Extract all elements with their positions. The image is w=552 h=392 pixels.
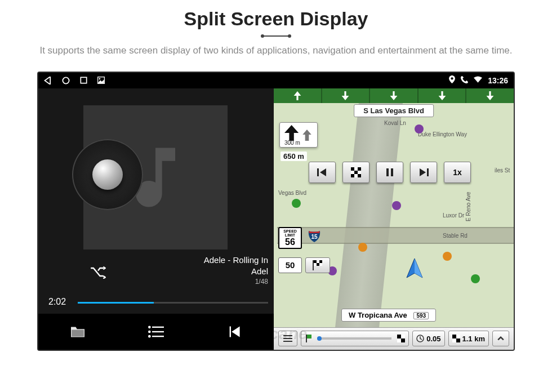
poi-marker[interactable] [415, 124, 424, 133]
svg-point-5 [451, 77, 453, 79]
map-label-reno: E Reno Ave [465, 191, 471, 221]
status-clock: 13:26 [488, 76, 508, 85]
hud-eta[interactable]: 0.05 [412, 331, 444, 346]
svg-rect-17 [351, 174, 354, 177]
route-flag-button[interactable] [305, 257, 330, 273]
svg-rect-20 [391, 168, 393, 176]
poi-marker[interactable] [392, 201, 401, 210]
svg-rect-15 [358, 167, 361, 171]
music-bottom-bar [38, 314, 274, 350]
svg-rect-1 [81, 77, 86, 83]
chevron-up-icon [497, 335, 504, 342]
speed-limit-value: 56 [279, 237, 301, 247]
map-label-luxor: Luxor Dr [443, 212, 464, 219]
list-icon [148, 326, 164, 338]
hud-expand-button[interactable] [492, 331, 509, 346]
shuffle-button[interactable] [90, 265, 106, 279]
svg-rect-32 [401, 338, 405, 342]
lane-arrow-icon [466, 88, 514, 103]
svg-rect-36 [456, 338, 460, 342]
svg-rect-25 [317, 263, 319, 266]
image-notification-icon[interactable] [97, 77, 105, 84]
map-hud: 0.05 1.1 km [274, 327, 514, 350]
elapsed-time: 2:02 [48, 297, 66, 307]
svg-rect-35 [452, 335, 456, 338]
phone-icon [461, 76, 468, 85]
svg-rect-26 [283, 335, 292, 336]
split-container: Adele - Rolling In Adel 1/48 2:02 15 [38, 88, 514, 350]
navigation-pane: 15 Koval Ln Duke Ellington Way Vegas Blv… [274, 88, 514, 350]
svg-rect-27 [283, 338, 292, 339]
skip-forward-icon [419, 168, 429, 176]
svg-point-10 [148, 335, 151, 337]
sim-pause-button[interactable] [376, 162, 403, 183]
svg-rect-14 [351, 167, 354, 171]
menu-icon [283, 335, 292, 342]
hud-progress [301, 331, 409, 346]
map-road [335, 103, 403, 327]
lane-arrow-icon [322, 88, 370, 103]
svg-rect-19 [386, 168, 389, 176]
song-title: Adele - Rolling In [204, 255, 268, 265]
checkered-flag-icon [351, 167, 361, 177]
poi-marker[interactable] [471, 274, 480, 283]
svg-text:15: 15 [311, 234, 318, 240]
track-index: 1/48 [255, 278, 268, 286]
music-pane: Adele - Rolling In Adel 1/48 2:02 [38, 88, 274, 350]
sim-speed-button[interactable]: 1x [444, 162, 471, 183]
pause-icon [386, 168, 394, 176]
svg-rect-21 [313, 260, 314, 270]
progress-bar[interactable] [78, 302, 268, 304]
map-label-duke: Duke Ellington Way [418, 131, 467, 137]
sim-controls: 1x [309, 162, 471, 183]
folder-icon [69, 325, 86, 338]
svg-point-4 [99, 78, 101, 80]
hero-subtitle: It supports the same screen display of t… [0, 43, 552, 58]
hud-eta-value: 0.05 [426, 335, 440, 343]
sim-route-button[interactable] [342, 162, 370, 183]
skip-back-icon [317, 168, 327, 176]
svg-rect-18 [358, 174, 361, 177]
flag-finish-icon [397, 335, 405, 342]
hud-distance[interactable]: 1.1 km [448, 331, 489, 346]
turn-indicator: 300 m [279, 122, 318, 148]
checker-icon [452, 335, 460, 342]
svg-rect-31 [397, 335, 401, 338]
turn-distance: 650 m [281, 152, 307, 161]
svg-point-8 [148, 330, 151, 333]
map-label-vegasblvd: Vegas Blvd [278, 190, 306, 196]
svg-point-6 [148, 326, 151, 328]
poi-marker[interactable] [443, 252, 452, 261]
hero-title: Split Screen Display [0, 8, 552, 30]
turn-left-icon [284, 125, 300, 141]
map-label-giles: iles St [495, 167, 510, 173]
folder-button[interactable] [65, 319, 90, 344]
status-right: 13:26 [449, 75, 508, 85]
song-artist: Adel [251, 266, 268, 276]
speed-limit-sign: SPEED LIMIT 56 [278, 227, 302, 249]
recent-apps-icon[interactable] [80, 77, 87, 84]
current-speed: 50 [278, 257, 302, 273]
playlist-button[interactable] [144, 319, 168, 344]
top-street-sign: S Las Vegas Blvd [354, 104, 434, 117]
svg-rect-28 [283, 341, 292, 342]
back-icon[interactable] [44, 77, 52, 84]
home-icon[interactable] [62, 77, 70, 84]
sim-next-button[interactable] [410, 162, 437, 183]
previous-button[interactable] [222, 319, 247, 344]
svg-rect-23 [314, 260, 317, 263]
interstate-shield-icon: 15 [308, 229, 321, 243]
poi-marker[interactable] [358, 243, 367, 252]
bottom-street-name: W Tropicana Ave [349, 311, 407, 319]
hud-menu-button[interactable] [278, 331, 297, 346]
svg-rect-16 [354, 171, 358, 174]
joystick-control[interactable] [72, 139, 143, 210]
svg-rect-7 [152, 326, 164, 327]
flag-start-icon [306, 335, 311, 342]
speed-limit-label: LIMIT [279, 233, 301, 237]
poi-marker[interactable] [292, 199, 301, 208]
lane-guidance-bar [274, 88, 514, 103]
android-nav-group [44, 77, 105, 84]
hero-divider [264, 35, 288, 37]
sim-prev-button[interactable] [309, 162, 336, 183]
